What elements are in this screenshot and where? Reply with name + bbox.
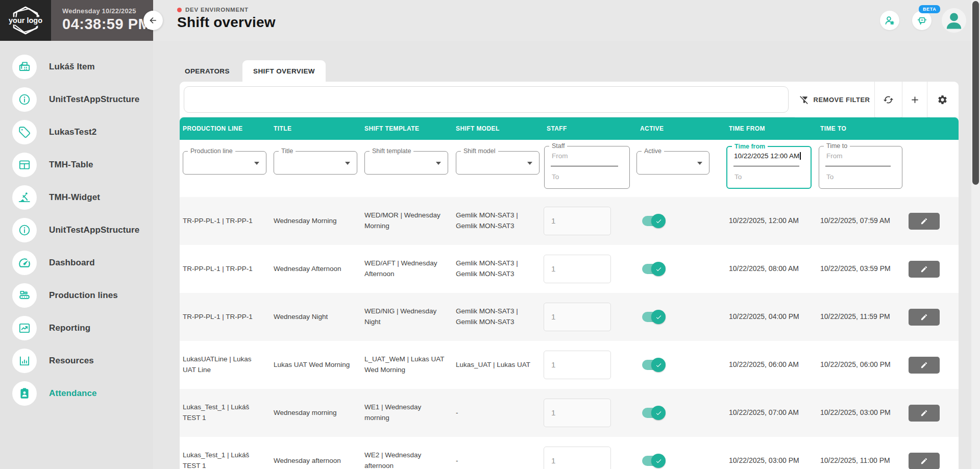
sidebar-item-label: Attendance xyxy=(49,388,97,399)
filter-chips-field[interactable] xyxy=(184,86,789,113)
time-to-to-input[interactable]: To xyxy=(826,173,834,181)
staff-input[interactable]: 1 xyxy=(544,399,611,427)
active-toggle[interactable] xyxy=(642,408,664,418)
cell-production-line: TR-PP-PL-1 | TR-PP-1 xyxy=(183,312,274,323)
staff-input[interactable]: 1 xyxy=(544,303,611,331)
table-row: TR-PP-PL-1 | TR-PP-1Wednesday MorningWED… xyxy=(180,197,959,245)
active-toggle[interactable] xyxy=(642,264,664,274)
cell-title: Wednesday Afternoon xyxy=(274,264,364,275)
sidebar-item-label: Production lines xyxy=(49,290,118,301)
cell-active xyxy=(640,312,729,322)
time-to-filter[interactable]: Time to From To xyxy=(819,146,902,189)
sidebar-item-attendance[interactable]: Attendance xyxy=(0,381,153,406)
toolbar-separator xyxy=(874,82,875,117)
staff-input[interactable]: 1 xyxy=(544,207,611,235)
sidebar-item-production-lines[interactable]: Production lines xyxy=(0,283,153,308)
cell-production-line: TR-PP-PL-1 | TR-PP-1 xyxy=(183,264,274,275)
cell-staff: 1 xyxy=(547,303,640,331)
cell-actions xyxy=(909,357,959,374)
input-underline xyxy=(733,166,799,166)
sidebar-item-luk-item[interactable]: Lukáš Item xyxy=(0,55,153,79)
sidebar-item-tmh-widget[interactable]: TMH-Widget xyxy=(0,185,153,210)
sidebar-item-label: UnitTestAppStructure xyxy=(49,225,139,235)
toolbar-separator xyxy=(927,82,927,117)
cell-actions xyxy=(909,213,959,230)
logo[interactable]: your logo xyxy=(0,0,51,41)
staff-to-input[interactable]: To xyxy=(552,173,559,181)
cell-shift-template: WE1 | Wednesday morning xyxy=(364,402,456,424)
staff-input[interactable]: 1 xyxy=(544,255,611,283)
sidebar-item-dashboard[interactable]: Dashboard xyxy=(0,251,153,275)
shift-template-filter-label: Shift template xyxy=(370,147,413,155)
edit-button[interactable] xyxy=(909,453,940,469)
edit-button[interactable] xyxy=(909,405,940,422)
remove-filter-button[interactable]: REMOVE FILTER xyxy=(795,82,874,117)
time-from-to-input[interactable]: To xyxy=(734,173,742,181)
plus-icon xyxy=(910,94,920,105)
sidebar-item-label: UnitTestAppStructure xyxy=(49,94,139,105)
time-from-filter[interactable]: Time from 10/22/2025 12:00 AM To xyxy=(726,146,812,189)
filter-off-icon xyxy=(799,95,809,105)
cell-title: Wednesday afternoon xyxy=(274,456,364,466)
pencil-icon xyxy=(920,217,928,225)
active-toggle[interactable] xyxy=(642,456,664,466)
toggle-thumb xyxy=(651,454,666,468)
fax-icon xyxy=(12,55,37,79)
page-title: Shift overview xyxy=(177,14,276,31)
chatbot-button[interactable] xyxy=(912,11,932,30)
sidebar-item-resources[interactable]: Resources xyxy=(0,349,153,373)
tab-shift-overview[interactable]: SHIFT OVERVIEW xyxy=(242,60,326,82)
sidebar-item-label: Reporting xyxy=(49,323,90,333)
edit-button[interactable] xyxy=(909,213,940,230)
toggle-thumb xyxy=(651,262,666,276)
sidebar-item-tmh-table[interactable]: TMH-Table xyxy=(0,153,153,177)
production-lines-icon xyxy=(12,283,37,308)
title-filter[interactable]: Title xyxy=(274,151,357,175)
edit-button[interactable] xyxy=(909,357,940,374)
edit-button[interactable] xyxy=(909,261,940,278)
active-toggle[interactable] xyxy=(642,312,664,322)
edit-button[interactable] xyxy=(909,309,940,326)
cell-shift-model: Gemlik MON-SAT3 | Gemlik MON-SAT3 xyxy=(456,306,547,328)
staff-from-input[interactable]: From xyxy=(552,152,568,160)
active-filter[interactable]: Active xyxy=(636,151,709,175)
sidebar-item-lukastest2[interactable]: LukasTest2 xyxy=(0,120,153,144)
sidebar-item-label: Dashboard xyxy=(49,258,95,268)
shift-template-filter[interactable]: Shift template xyxy=(364,151,448,175)
env-label: DEV ENVIRONMENT xyxy=(185,7,249,13)
pencil-icon xyxy=(920,409,928,417)
time-to-from-input[interactable]: From xyxy=(826,152,843,160)
sidebar-item-unittestappstructure[interactable]: UnitTestAppStructure xyxy=(0,218,153,242)
time-from-from-input[interactable]: 10/22/2025 12:00 AM xyxy=(734,152,801,160)
production-line-filter[interactable]: Production line xyxy=(183,151,266,175)
tab-operators[interactable]: OPERATORS xyxy=(183,60,232,82)
vertical-scrollbar[interactable] xyxy=(971,0,980,469)
refresh-button[interactable] xyxy=(876,82,900,117)
sidebar-item-reporting[interactable]: Reporting xyxy=(0,316,153,340)
sidebar-item-unittestappstructure[interactable]: UnitTestAppStructure xyxy=(0,87,153,112)
toggle-thumb xyxy=(651,310,666,324)
info-icon xyxy=(12,87,37,112)
active-toggle[interactable] xyxy=(642,216,664,226)
cell-shift-model: - xyxy=(456,408,547,418)
gear-icon xyxy=(937,94,948,105)
add-button[interactable] xyxy=(902,82,927,117)
cell-title: Lukas UAT Wed Morning xyxy=(274,360,364,371)
cell-shift-model: Gemlik MON-SAT3 | Gemlik MON-SAT3 xyxy=(456,258,547,280)
scrollbar-thumb[interactable] xyxy=(972,1,979,185)
staff-filter[interactable]: Staff From To xyxy=(544,146,630,189)
settings-button[interactable] xyxy=(930,82,954,117)
check-icon xyxy=(655,410,662,416)
user-settings-button[interactable] xyxy=(880,11,899,30)
shift-model-filter[interactable]: Shift model xyxy=(456,151,540,175)
back-button[interactable] xyxy=(143,11,163,30)
cell-shift-template: WED/AFT | Wednesday Afternoon xyxy=(364,258,456,280)
table-row: TR-PP-PL-1 | TR-PP-1Wednesday NightWED/N… xyxy=(180,293,959,341)
staff-input[interactable]: 1 xyxy=(544,447,611,469)
check-icon xyxy=(655,458,662,464)
chevron-down-icon xyxy=(436,162,441,165)
staff-input[interactable]: 1 xyxy=(544,351,611,379)
profile-avatar[interactable] xyxy=(942,8,966,33)
active-toggle[interactable] xyxy=(642,360,664,370)
chevron-down-icon xyxy=(527,162,532,165)
